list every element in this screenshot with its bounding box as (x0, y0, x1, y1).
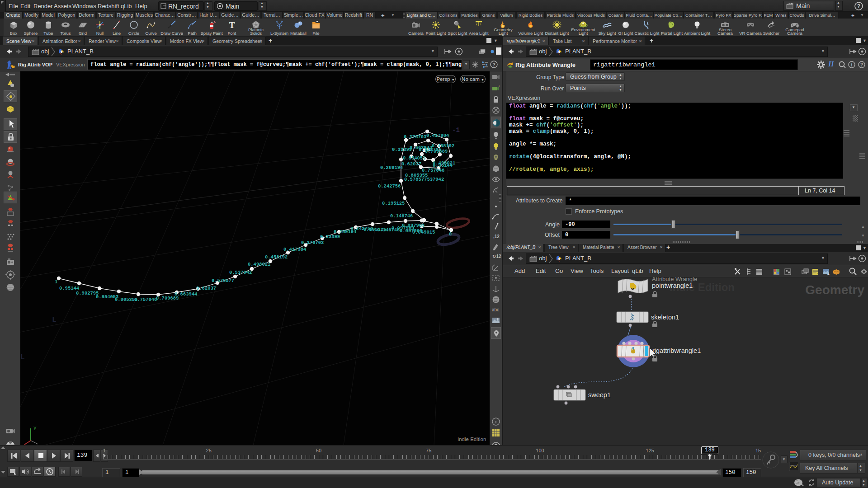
svg-text:0.195125: 0.195125 (382, 201, 405, 206)
svg-text:0.95144: 0.95144 (433, 163, 453, 168)
svg-text:0.663944: 0.663944 (175, 291, 197, 297)
svg-text:0.417984: 0.417984 (426, 133, 449, 138)
svg-text:0.902795: 0.902795 (76, 291, 99, 296)
svg-text:0.376703: 0.376703 (404, 134, 426, 140)
svg-text:0.578577: 0.578577 (212, 278, 234, 283)
svg-text:0.709689: 0.709689 (425, 149, 448, 154)
svg-text:0.33399: 0.33399 (392, 147, 412, 152)
svg-text:0.049015: 0.049015 (412, 230, 435, 235)
svg-text:i: i (851, 62, 853, 67)
svg-text:↻12: ↻12 (492, 254, 501, 259)
svg-text:0.458192: 0.458192 (265, 254, 288, 260)
svg-text:0.417984: 0.417984 (283, 247, 306, 252)
svg-text:0.854053: 0.854053 (403, 155, 425, 161)
svg-text:+: + (498, 84, 500, 88)
svg-text:0.498021: 0.498021 (248, 262, 270, 267)
svg-text:?: ? (492, 62, 495, 67)
svg-text:L: L (20, 353, 25, 361)
svg-text:0.805355: 0.805355 (405, 173, 428, 178)
svg-text:0.537942: 0.537942 (229, 270, 252, 275)
svg-text:,12: ,12 (493, 234, 500, 239)
svg-text:0.146746: 0.146746 (390, 213, 413, 219)
svg-text:0.376703: 0.376703 (301, 240, 324, 245)
svg-text:0: 0 (449, 231, 452, 237)
svg-text:0.33399: 0.33399 (320, 234, 340, 239)
svg-text:0.289194: 0.289194 (380, 165, 403, 170)
svg-text:y: y (33, 425, 37, 431)
svg-text:abc: abc (492, 307, 499, 312)
svg-text:0.097969: 0.097969 (402, 223, 425, 228)
svg-text:?: ? (857, 3, 860, 9)
svg-text:1: 1 (55, 279, 57, 285)
svg-text:?: ? (860, 62, 863, 67)
svg-text:0.62037: 0.62037 (401, 161, 421, 167)
svg-text:0.62037: 0.62037 (196, 286, 216, 291)
svg-text:T: T (229, 20, 235, 30)
svg-text:L: L (52, 316, 57, 324)
svg-text:0.242756: 0.242756 (378, 183, 401, 189)
svg-text:+: + (827, 272, 830, 276)
svg-text:0.757046: 0.757046 (134, 297, 157, 302)
svg-text:-1: -1 (452, 127, 460, 134)
